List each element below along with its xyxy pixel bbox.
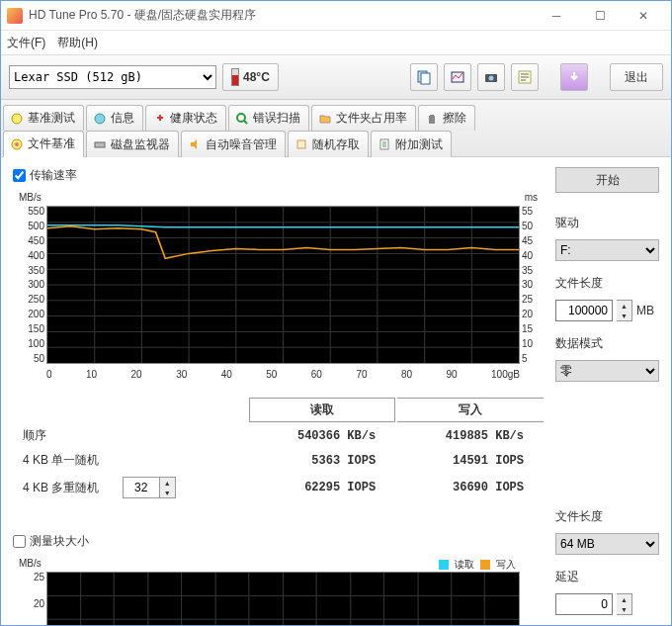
delay-spinner[interactable]: ▲▼ <box>617 593 632 615</box>
exit-button[interactable]: 退出 <box>610 63 663 91</box>
transfer-rate-checkbox[interactable]: 传输速率 <box>13 167 546 184</box>
chart-blocksize-wrap: MB/s 读取 写入 252015105 <box>46 572 520 625</box>
start-button[interactable]: 开始 <box>555 167 659 193</box>
blocksize-checkbox[interactable]: 测量块大小 <box>13 533 546 550</box>
blocksize-check-input[interactable] <box>13 535 26 548</box>
data-mode-select[interactable]: 零 <box>555 360 659 382</box>
close-button[interactable]: ✕ <box>622 2 665 30</box>
chart-transfer-wrap: MB/s ms 55050045040035030025020015010050… <box>46 206 520 364</box>
drive-select[interactable]: Lexar SSD (512 gB) <box>9 65 216 89</box>
tab-filebenchmark[interactable]: 文件基准 <box>3 131 84 157</box>
chart1-x-axis: 0102030405060708090100gB <box>46 369 520 380</box>
app-window: HD Tune Pro 5.70 - 硬盘/固态硬盘实用程序 ─ ☐ ✕ 文件(… <box>0 0 672 626</box>
copy-screenshot-button[interactable] <box>444 63 471 91</box>
svg-point-11 <box>15 142 19 146</box>
tab-diskmonitor[interactable]: 磁盘监视器 <box>86 131 179 157</box>
delay-input[interactable] <box>558 594 610 614</box>
multi-queue-input[interactable] <box>124 478 159 497</box>
tab-extratests[interactable]: 附加测试 <box>371 131 452 157</box>
tab-info[interactable]: 信息 <box>86 105 143 131</box>
tab-benchmark[interactable]: 基准测试 <box>3 105 84 131</box>
svg-point-8 <box>237 114 245 122</box>
chart-blocksize <box>46 572 520 625</box>
svg-rect-1 <box>421 73 430 84</box>
temperature-value: 48°C <box>243 70 270 84</box>
svg-point-6 <box>12 114 22 124</box>
svg-rect-13 <box>297 140 305 148</box>
drive-label: 驱动 <box>555 215 659 231</box>
blocksize-label: 测量块大小 <box>30 533 89 550</box>
stepper-up-icon[interactable]: ▲ <box>160 478 175 488</box>
row-4kb-single: 4 KB 单一随机 5363 IOPS 14591 IOPS <box>15 449 544 472</box>
chart2-legend: 读取 写入 <box>439 558 516 572</box>
chart1-y2-unit: ms <box>525 192 538 203</box>
titlebar: HD Tune Pro 5.70 - 硬盘/固态硬盘实用程序 ─ ☐ ✕ <box>1 1 671 31</box>
toolbar: Lexar SSD (512 gB) 48°C 退出 <box>1 54 671 100</box>
data-mode-label: 数据模式 <box>555 335 659 352</box>
minimize-button[interactable]: ─ <box>535 2 578 30</box>
svg-line-9 <box>244 121 247 124</box>
tab-health[interactable]: 健康状态 <box>145 105 226 131</box>
svg-point-4 <box>489 76 494 81</box>
svg-point-7 <box>95 114 105 124</box>
tab-randomaccess[interactable]: 随机存取 <box>288 131 369 157</box>
transfer-rate-check-input[interactable] <box>13 169 26 182</box>
copy-info-button[interactable] <box>410 63 438 91</box>
file-length-spinner[interactable]: ▲▼ <box>617 300 632 321</box>
save-button[interactable] <box>560 63 588 91</box>
tab-errorscan[interactable]: 错误扫描 <box>228 105 309 131</box>
chart1-y-axis: 55050045040035030025020015010050 <box>17 206 44 364</box>
file-length-label: 文件长度 <box>555 275 659 292</box>
chart1-y-unit: MB/s <box>19 192 42 203</box>
chart2-y-axis: 252015105 <box>17 572 44 625</box>
tab-erase[interactable]: 擦除 <box>418 105 475 131</box>
tab-aam[interactable]: 自动噪音管理 <box>181 131 286 157</box>
menu-file[interactable]: 文件(F) <box>7 35 45 51</box>
window-title: HD Tune Pro 5.70 - 硬盘/固态硬盘实用程序 <box>29 7 535 24</box>
screenshot-button[interactable] <box>477 63 505 91</box>
tab-folderusage[interactable]: 文件夹占用率 <box>311 105 416 131</box>
transfer-rate-label: 传输速率 <box>30 167 77 184</box>
row-sequential: 顺序 540366 KB/s 419885 KB/s <box>15 424 544 447</box>
chart2-y-unit: MB/s <box>19 558 42 569</box>
multi-queue-stepper[interactable]: ▲▼ <box>123 477 176 498</box>
tab-strip: 基准测试 信息 健康状态 错误扫描 文件夹占用率 擦除 文件基准 磁盘监视器 自… <box>1 100 671 157</box>
stepper-down-icon[interactable]: ▼ <box>160 488 175 497</box>
temperature-display: 48°C <box>222 63 279 91</box>
file-length2-label: 文件长度 <box>555 508 659 525</box>
options-button[interactable] <box>511 63 539 91</box>
svg-rect-12 <box>95 142 105 147</box>
row-4kb-multi: 4 KB 多重随机 ▲▼ 62295 IOPS 36690 IOPS <box>15 474 544 501</box>
maximize-button[interactable]: ☐ <box>578 2 622 30</box>
menubar: 文件(F) 帮助(H) <box>1 31 671 54</box>
app-icon <box>7 8 23 24</box>
chart-transfer <box>46 206 520 364</box>
side-panel: 开始 驱动 F: 文件长度 ▲▼ MB 数据模式 零 文件长度 64 MB 延迟… <box>555 167 659 615</box>
content-area: 传输速率 MB/s ms 550500450400350300250200150… <box>1 157 671 625</box>
col-read: 读取 <box>249 398 395 422</box>
thermometer-icon <box>231 68 239 86</box>
file-length-unit: MB <box>636 304 654 317</box>
delay-label: 延迟 <box>555 569 659 585</box>
file-length2-select[interactable]: 64 MB <box>555 533 659 555</box>
result-table: 读取 写入 顺序 540366 KB/s 419885 KB/s 4 KB 单一… <box>13 396 546 503</box>
drive-letter-select[interactable]: F: <box>555 239 659 261</box>
col-write: 写入 <box>397 398 544 422</box>
menu-help[interactable]: 帮助(H) <box>57 35 98 51</box>
file-length-input[interactable] <box>558 301 610 320</box>
chart1-y2-axis: 555045403530252015105 <box>522 206 542 364</box>
